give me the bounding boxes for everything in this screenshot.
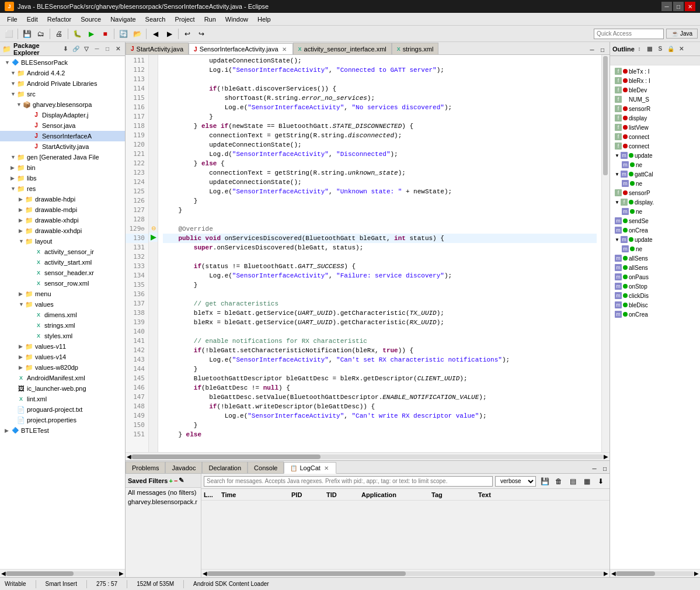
- collapse-all-icon[interactable]: ⬇: [61, 44, 70, 54]
- tree-item-sensor-header[interactable]: X sensor_header.xr: [0, 268, 125, 278]
- debug-button[interactable]: 🐛: [71, 27, 83, 40]
- tree-item-ic-launcher[interactable]: 🖼 ic_launcher-web.png: [0, 383, 125, 394]
- outline-item-oncrea2[interactable]: m onCrea: [610, 310, 700, 319]
- tree-item-lint[interactable]: X lint.xml: [0, 394, 125, 404]
- tree-item-drawable-mdpi[interactable]: ▶ 📁 drawable-mdpi: [0, 204, 125, 215]
- outline-hscroll[interactable]: ◀ ▶: [610, 569, 700, 577]
- back-button[interactable]: ◀: [149, 27, 162, 40]
- tree-item-drawable-xxhdpi[interactable]: ▶ 📁 drawable-xxhdpi: [0, 225, 125, 236]
- tab-javadoc[interactable]: Javadoc: [165, 461, 202, 473]
- outline-item-connect2[interactable]: f connect: [610, 141, 700, 151]
- tree-item-styles[interactable]: X styles.xml: [0, 331, 125, 341]
- tab-close-icon[interactable]: ✕: [281, 46, 288, 53]
- outline-fields-icon[interactable]: ▦: [645, 44, 654, 54]
- tree-item-layout[interactable]: ▼ 📁 layout: [0, 236, 125, 247]
- scroll-right-btn[interactable]: ▶: [119, 570, 124, 577]
- tree-item-proguard[interactable]: 📄 proguard-project.txt: [0, 404, 125, 415]
- outline-static-icon[interactable]: S: [656, 44, 665, 54]
- logcat-body[interactable]: [201, 501, 610, 569]
- outline-hscroll-thumb[interactable]: [616, 571, 655, 576]
- menu-help[interactable]: Help: [253, 15, 276, 24]
- outline-hide-icon[interactable]: 🔒: [666, 44, 675, 54]
- logcat-hscroll-thumb[interactable]: [207, 571, 406, 576]
- tree-item-sensor-row[interactable]: X sensor_row.xml: [0, 278, 125, 289]
- package-explorer-hscroll[interactable]: ◀ ▶: [0, 569, 125, 577]
- filter-package[interactable]: gharvey.blesensorpack.r: [126, 497, 201, 506]
- outline-scroll-left-btn[interactable]: ◀: [611, 570, 616, 577]
- stop-button[interactable]: ■: [99, 27, 112, 40]
- minimize-bottom-btn[interactable]: ─: [590, 464, 599, 473]
- perspective-java-button[interactable]: ☕ Java: [666, 29, 698, 39]
- tree-item-androidmanifest[interactable]: X AndroidManifest.xml: [0, 373, 125, 383]
- save-button[interactable]: 💾: [20, 27, 33, 40]
- logcat-hscroll[interactable]: ◀ ▶: [201, 569, 610, 577]
- outline-item-oncrea[interactable]: m onCrea: [610, 225, 700, 235]
- menu-edit[interactable]: Edit: [22, 15, 43, 24]
- tree-item-values-v14[interactable]: ▶ 📁 values-v14: [0, 352, 125, 362]
- tab-activity-xml[interactable]: X activity_sensor_interface.xml: [293, 43, 392, 54]
- tree-item-values-v11[interactable]: ▶ 📁 values-v11: [0, 341, 125, 352]
- edit-filter-icon[interactable]: ✎: [179, 477, 184, 484]
- tree-item-activity-sensor-ir[interactable]: X activity_sensor_ir: [0, 247, 125, 257]
- tree-item-displayadapter[interactable]: J DisplayAdapter.j: [0, 110, 125, 120]
- outline-item-listview[interactable]: f listView: [610, 123, 700, 132]
- save-all-button[interactable]: 🗂: [34, 27, 47, 40]
- tree-item-gen[interactable]: ▼ 📁 gen [Generated Java File: [0, 152, 125, 162]
- outline-hscroll-track[interactable]: [616, 571, 694, 576]
- hscroll-thumb[interactable]: [6, 571, 74, 576]
- maximize-panel-icon[interactable]: □: [103, 44, 112, 54]
- tab-problems[interactable]: Problems: [126, 461, 165, 473]
- tab-startactivity[interactable]: J StartActivity.java: [126, 43, 189, 54]
- logcat-clear-btn[interactable]: 🗑: [552, 475, 565, 488]
- tree-item-strings[interactable]: X strings.xml: [0, 320, 125, 331]
- next-edit-button[interactable]: ↪: [195, 27, 208, 40]
- minimize-editor-btn[interactable]: ─: [587, 45, 597, 54]
- outline-item-sensorp[interactable]: f sensorR: [610, 104, 700, 113]
- add-filter-icon[interactable]: +: [169, 477, 172, 484]
- tab-logcat[interactable]: 📋 LogCat ✕: [284, 462, 336, 474]
- tree-item-android442[interactable]: ▼ 📁 Android 4.4.2: [0, 68, 125, 78]
- menu-run[interactable]: Run: [200, 15, 221, 24]
- tree-item-dimens[interactable]: X dimens.xml: [0, 310, 125, 320]
- tree-item-src[interactable]: ▼ 📁 src: [0, 89, 125, 99]
- outline-item-allsens1[interactable]: m allSens: [610, 254, 700, 263]
- outline-item-onpaus[interactable]: m onPaus: [610, 272, 700, 282]
- outline-sort-icon[interactable]: ↕: [635, 44, 644, 54]
- vscroll-thumb[interactable]: [603, 56, 608, 175]
- tree-item-blesensorpack[interactable]: ▼ 🔷 BLESensorPack: [0, 57, 125, 68]
- outline-item-display2[interactable]: ▼ f display.: [610, 197, 700, 207]
- editor-vscroll[interactable]: [601, 55, 610, 452]
- tree-item-drawable-xhdpi[interactable]: ▶ 📁 drawable-xhdpi: [0, 215, 125, 225]
- outline-item-gattcal[interactable]: ▼ m gattCal: [610, 169, 700, 179]
- print-button[interactable]: 🖨: [53, 27, 65, 40]
- menu-source[interactable]: Source: [76, 15, 106, 24]
- tree-item-bin[interactable]: ▶ 📁 bin: [0, 162, 125, 173]
- tab-console[interactable]: Console: [248, 461, 284, 473]
- tree-item-sensor[interactable]: J Sensor.java: [0, 120, 125, 131]
- outline-item-update2[interactable]: ▼ m update: [610, 235, 700, 244]
- logcat-scroll-btn[interactable]: ⬇: [594, 475, 607, 488]
- tab-sensorinterface[interactable]: J SensorInterfaceActivity.java ✕: [189, 43, 292, 55]
- outline-item-display2-child[interactable]: m ne: [610, 207, 700, 216]
- minimize-panel-icon[interactable]: ─: [92, 44, 102, 54]
- tree-item-activity-start[interactable]: X activity_start.xml: [0, 257, 125, 268]
- outline-item-allsens2[interactable]: m allSens: [610, 263, 700, 272]
- open-type-button[interactable]: 📂: [131, 27, 144, 40]
- filter-all-messages[interactable]: All messages (no filters): [126, 488, 201, 497]
- tab-declaration[interactable]: Declaration: [202, 461, 248, 473]
- outline-item-bledev[interactable]: f bleDev: [610, 85, 700, 95]
- logcat-view1-btn[interactable]: ▤: [566, 475, 579, 488]
- panel-menu-icon[interactable]: ▽: [82, 44, 91, 54]
- logcat-scroll-left-btn[interactable]: ◀: [203, 570, 207, 577]
- maximize-bottom-btn[interactable]: □: [600, 464, 610, 473]
- hscroll-track[interactable]: [6, 571, 119, 576]
- logcat-view2-btn[interactable]: ▦: [580, 475, 593, 488]
- maximize-button[interactable]: □: [673, 2, 684, 11]
- editor-hscroll[interactable]: ◀ ▶: [126, 452, 610, 460]
- logcat-tab-close-icon[interactable]: ✕: [323, 464, 330, 471]
- tree-item-drawable-hdpi[interactable]: ▶ 📁 drawable-hdpi: [0, 194, 125, 204]
- outline-item-update[interactable]: ▼ m update: [610, 151, 700, 160]
- code-scroll-left-btn[interactable]: ◀: [127, 453, 131, 460]
- close-button[interactable]: ✕: [685, 2, 695, 11]
- logcat-save-btn[interactable]: 💾: [538, 475, 551, 488]
